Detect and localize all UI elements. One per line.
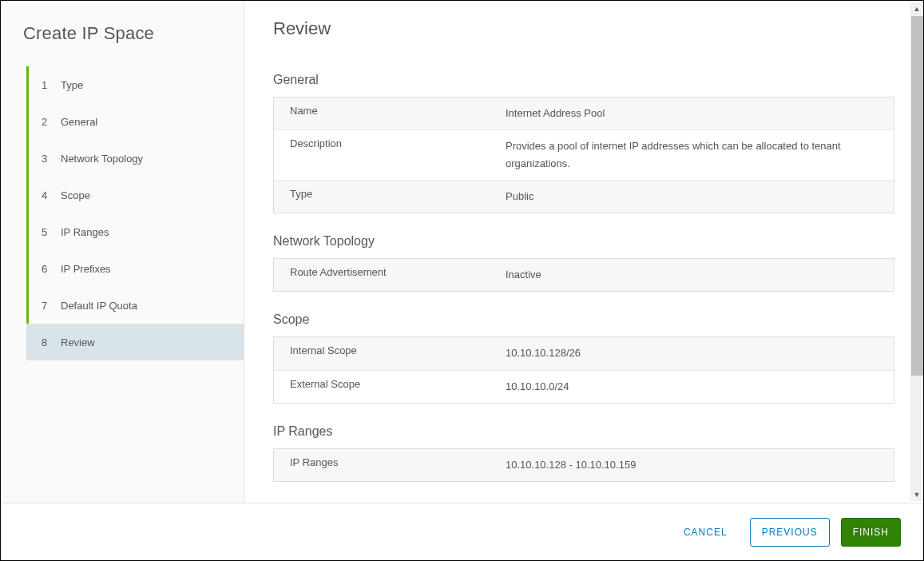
cell-value: 10.10.10.0/24 (498, 371, 894, 403)
step-label: Default IP Quota (61, 300, 137, 312)
review-content: Review General Name Internet Address Poo… (244, 1, 923, 503)
wizard-step-scope[interactable]: 4 Scope (26, 177, 244, 213)
wizard-step-review[interactable]: 8 Review (26, 324, 244, 360)
table-row: Description Provides a pool of internet … (274, 130, 894, 181)
cell-value: 10.10.10.128 - 10.10.10.159 (498, 449, 894, 481)
step-number: 8 (42, 336, 61, 348)
table-row: IP Ranges 10.10.10.128 - 10.10.10.159 (274, 449, 894, 481)
table-row: External Scope 10.10.10.0/24 (274, 371, 894, 403)
step-number: 1 (42, 79, 61, 91)
step-label: Network Topology (61, 153, 143, 165)
vertical-scrollbar[interactable]: ▲ ▼ (910, 2, 923, 501)
step-number: 3 (42, 153, 61, 165)
step-label: Type (61, 79, 83, 91)
wizard-footer: CANCEL PREVIOUS FINISH (1, 503, 923, 560)
general-table: Name Internet Address Pool Description P… (273, 97, 894, 213)
table-row: Name Internet Address Pool (274, 97, 894, 130)
previous-button[interactable]: PREVIOUS (750, 518, 830, 547)
step-number: 5 (42, 226, 61, 238)
step-label: General (61, 116, 97, 128)
content-title: Review (273, 18, 894, 39)
scope-table: Internal Scope 10.10.10.128/26 External … (273, 336, 894, 403)
cancel-button[interactable]: CANCEL (672, 518, 739, 547)
cell-label: Description (274, 130, 498, 180)
wizard-step-type[interactable]: 1 Type (26, 66, 244, 103)
step-label: Review (61, 336, 95, 348)
cell-label: Name (274, 97, 498, 129)
ip-ranges-table: IP Ranges 10.10.10.128 - 10.10.10.159 (273, 448, 894, 482)
table-row: Type Public (274, 181, 894, 213)
wizard-step-ip-prefixes[interactable]: 6 IP Prefixes (26, 250, 244, 287)
step-number: 7 (42, 300, 61, 312)
cell-value: 10.10.10.128/26 (498, 337, 894, 369)
wizard-step-general[interactable]: 2 General (26, 103, 244, 140)
step-number: 6 (42, 263, 61, 275)
cell-label: Type (274, 181, 498, 213)
cell-label: External Scope (274, 371, 498, 403)
cell-value: Provides a pool of internet IP addresses… (498, 130, 894, 180)
section-heading-scope: Scope (273, 312, 894, 327)
step-label: IP Ranges (61, 226, 109, 238)
wizard-step-network-topology[interactable]: 3 Network Topology (26, 140, 244, 177)
section-heading-ip-ranges: IP Ranges (273, 424, 894, 439)
cell-label: Internal Scope (274, 337, 498, 369)
section-heading-general: General (273, 73, 894, 87)
scroll-thumb[interactable] (911, 16, 923, 376)
main-area: Review General Name Internet Address Poo… (244, 1, 923, 503)
wizard-step-list: 1 Type 2 General 3 Network Topology 4 Sc… (23, 66, 244, 360)
wizard-step-default-ip-quota[interactable]: 7 Default IP Quota (26, 287, 244, 324)
step-number: 4 (42, 189, 61, 201)
wizard-modal: Create IP Space 1 Type 2 General 3 Netwo… (0, 0, 924, 561)
cell-value: Public (498, 181, 894, 213)
cell-label: Route Advertisement (274, 259, 498, 291)
step-number: 2 (42, 116, 61, 128)
scroll-down-arrow-icon[interactable]: ▼ (910, 488, 923, 501)
wizard-title: Create IP Space (23, 23, 244, 44)
finish-button[interactable]: FINISH (841, 518, 901, 547)
step-label: IP Prefixes (61, 263, 111, 275)
network-topology-table: Route Advertisement Inactive (273, 258, 894, 292)
table-row: Internal Scope 10.10.10.128/26 (274, 337, 894, 370)
step-label: Scope (61, 189, 90, 201)
modal-body: Create IP Space 1 Type 2 General 3 Netwo… (1, 1, 923, 503)
scroll-up-arrow-icon[interactable]: ▲ (910, 2, 923, 15)
wizard-sidebar: Create IP Space 1 Type 2 General 3 Netwo… (1, 1, 244, 503)
cell-label: IP Ranges (274, 449, 498, 481)
cell-value: Inactive (498, 259, 894, 291)
table-row: Route Advertisement Inactive (274, 259, 894, 291)
wizard-step-ip-ranges[interactable]: 5 IP Ranges (26, 213, 244, 250)
cell-value: Internet Address Pool (498, 97, 894, 129)
section-heading-network-topology: Network Topology (273, 234, 894, 249)
